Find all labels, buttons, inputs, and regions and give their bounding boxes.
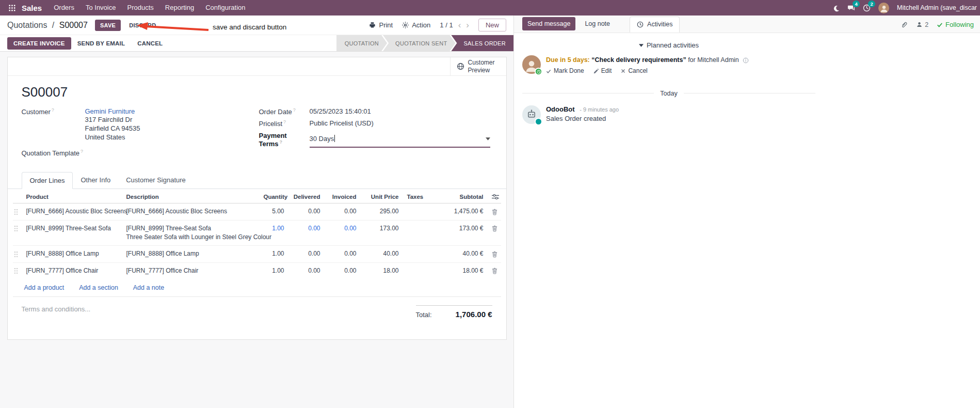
delete-line-icon[interactable]	[488, 246, 501, 262]
step-quotation-sent[interactable]: QUOTATION SENT	[383, 35, 455, 51]
col-delivered[interactable]: Delivered	[288, 189, 325, 203]
col-description[interactable]: Description	[122, 189, 260, 203]
menu-orders[interactable]: Orders	[48, 0, 80, 15]
col-subtotal[interactable]: Subtotal	[440, 189, 488, 203]
unit-price-cell[interactable]: 40.00	[361, 246, 403, 262]
quantity-cell[interactable]: 5.00	[260, 203, 288, 220]
cancel-button[interactable]: CANCEL	[131, 37, 169, 50]
invoiced-cell[interactable]: 0.00	[325, 220, 361, 246]
delete-line-icon[interactable]	[488, 220, 501, 246]
product-cell[interactable]: [FURN_8888] Office Lamp	[22, 246, 122, 262]
pager-prev-icon[interactable]: ‹	[458, 21, 461, 29]
add-section-link[interactable]: Add a section	[79, 284, 118, 291]
followers-button[interactable]: 2	[916, 21, 928, 28]
payment-terms-field[interactable]: 30 Days	[310, 132, 490, 148]
taxes-cell[interactable]	[403, 203, 440, 220]
description-cell[interactable]: [FURN_8999] Three-Seat SofaThree Seater …	[122, 220, 260, 246]
delete-line-icon[interactable]	[488, 262, 501, 279]
columns-settings-icon[interactable]	[488, 189, 501, 203]
col-unit-price[interactable]: Unit Price	[361, 189, 403, 203]
drag-handle-icon[interactable]	[13, 246, 22, 262]
drag-handle-icon[interactable]	[13, 220, 22, 246]
description-cell[interactable]: [FURN_6666] Acoustic Bloc Screens	[122, 203, 260, 220]
quantity-cell[interactable]: 1.00	[260, 262, 288, 279]
drag-handle-icon[interactable]	[13, 203, 22, 220]
planned-activities-toggle[interactable]: Planned activities	[514, 38, 824, 54]
order-line-row[interactable]: [FURN_6666] Acoustic Bloc Screens [FURN_…	[13, 203, 501, 220]
col-quantity[interactable]: Quantity	[260, 189, 288, 203]
message-author[interactable]: OdooBot	[546, 105, 575, 113]
terms-placeholder[interactable]: Terms and conditions...	[22, 305, 91, 319]
col-product[interactable]: Product	[22, 189, 122, 203]
add-note-link[interactable]: Add a note	[133, 284, 164, 291]
activity-clock-icon[interactable]: 2	[863, 4, 871, 12]
log-note-button[interactable]: Log note	[580, 17, 615, 30]
drag-handle-icon[interactable]	[13, 262, 22, 279]
product-cell[interactable]: [FURN_6666] Acoustic Bloc Screens	[22, 203, 122, 220]
create-invoice-button[interactable]: CREATE INVOICE	[7, 37, 71, 50]
description-cell[interactable]: [FURN_8888] Office Lamp	[122, 246, 260, 262]
discard-button[interactable]: DISCARD	[124, 20, 161, 31]
order-line-row[interactable]: [FURN_8888] Office Lamp [FURN_8888] Offi…	[13, 246, 501, 262]
dropdown-caret-icon[interactable]	[486, 135, 490, 143]
user-name[interactable]: Mitchell Admin (save_discar	[897, 4, 977, 11]
attachment-icon[interactable]	[901, 21, 908, 28]
menu-products[interactable]: Products	[121, 0, 159, 15]
step-sales-order[interactable]: SALES ORDER	[451, 35, 513, 51]
tab-order-lines[interactable]: Order Lines	[22, 172, 73, 189]
invoiced-cell[interactable]: 0.00	[325, 203, 361, 220]
product-cell[interactable]: [FURN_7777] Office Chair	[22, 262, 122, 279]
activities-tab[interactable]: Activities	[630, 17, 680, 33]
tab-customer-signature[interactable]: Customer Signature	[118, 172, 194, 189]
taxes-cell[interactable]	[403, 262, 440, 279]
info-icon[interactable]	[743, 56, 749, 64]
user-avatar[interactable]	[878, 3, 889, 13]
invoiced-cell[interactable]: 0.00	[325, 262, 361, 279]
col-taxes[interactable]: Taxes	[403, 189, 440, 203]
app-name[interactable]: Sales	[22, 4, 42, 12]
product-cell[interactable]: [FURN_8999] Three-Seat Sofa	[22, 220, 122, 246]
save-button[interactable]: SAVE	[95, 20, 121, 31]
customer-link[interactable]: Gemini Furniture	[85, 107, 135, 115]
dark-mode-icon[interactable]	[833, 4, 840, 11]
delivered-cell[interactable]: 0.00	[288, 203, 325, 220]
menu-configuration[interactable]: Configuration	[200, 0, 251, 15]
menu-to-invoice[interactable]: To Invoice	[80, 0, 122, 15]
apps-menu-icon[interactable]	[5, 5, 19, 11]
breadcrumb-quotations[interactable]: Quotations	[7, 21, 47, 29]
order-line-row[interactable]: [FURN_8999] Three-Seat Sofa [FURN_8999] …	[13, 220, 501, 246]
cancel-activity-button[interactable]: Cancel	[621, 67, 647, 74]
following-button[interactable]: Following	[937, 21, 974, 28]
pager-next-icon[interactable]: ›	[466, 21, 469, 29]
menu-reporting[interactable]: Reporting	[159, 0, 200, 15]
unit-price-cell[interactable]: 173.00	[361, 220, 403, 246]
add-product-link[interactable]: Add a product	[24, 284, 65, 291]
col-invoiced[interactable]: Invoiced	[325, 189, 361, 203]
customer-field[interactable]: Gemini Furniture 317 Fairchild Dr Fairfi…	[85, 107, 140, 142]
delivered-cell[interactable]: 0.00	[288, 220, 325, 246]
unit-price-cell[interactable]: 18.00	[361, 262, 403, 279]
mark-done-button[interactable]: Mark Done	[546, 67, 584, 74]
customer-preview-button[interactable]: Customer Preview	[450, 57, 506, 75]
quantity-cell[interactable]: 1.00	[260, 246, 288, 262]
order-date-field[interactable]: 05/25/2023 15:40:01	[310, 107, 371, 116]
pricelist-field[interactable]: Public Pricelist (USD)	[310, 119, 374, 128]
unit-price-cell[interactable]: 295.00	[361, 203, 403, 220]
taxes-cell[interactable]	[403, 220, 440, 246]
invoiced-cell[interactable]: 0.00	[325, 246, 361, 262]
send-message-button[interactable]: Send message	[522, 17, 575, 30]
send-by-email-button[interactable]: SEND BY EMAIL	[71, 37, 131, 50]
delete-line-icon[interactable]	[488, 203, 501, 220]
print-button[interactable]: Print	[369, 21, 393, 29]
tab-other-info[interactable]: Other Info	[73, 172, 118, 189]
messages-icon[interactable]: 4	[847, 4, 855, 12]
order-line-row[interactable]: [FURN_7777] Office Chair [FURN_7777] Off…	[13, 262, 501, 279]
new-button[interactable]: New	[478, 19, 506, 32]
delivered-cell[interactable]: 0.00	[288, 246, 325, 262]
step-quotation[interactable]: QUOTATION	[336, 35, 387, 51]
edit-activity-button[interactable]: Edit	[593, 67, 612, 74]
delivered-cell[interactable]: 0.00	[288, 262, 325, 279]
taxes-cell[interactable]	[403, 246, 440, 262]
pager-count[interactable]: 1 / 1	[440, 21, 453, 29]
action-button[interactable]: Action	[402, 21, 430, 29]
